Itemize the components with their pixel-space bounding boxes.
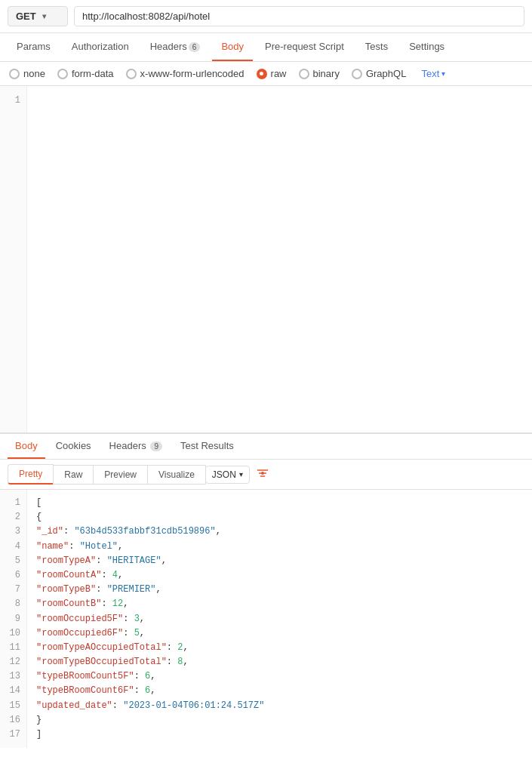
option-binary[interactable]: binary bbox=[299, 68, 340, 79]
tab-authorization[interactable]: Authorization bbox=[63, 33, 138, 61]
response-tab-headers[interactable]: Headers 9 bbox=[102, 434, 170, 459]
option-form-data[interactable]: form-data bbox=[57, 68, 114, 79]
json-line: "roomTypeBOccupiedTotal": 8, bbox=[36, 655, 523, 669]
json-line: ] bbox=[36, 728, 523, 742]
response-tab-test-results[interactable]: Test Results bbox=[173, 434, 241, 459]
tab-headers[interactable]: Headers6 bbox=[141, 33, 210, 61]
option-raw[interactable]: raw bbox=[257, 68, 287, 79]
request-tabs: Params Authorization Headers6 Body Pre-r… bbox=[0, 33, 532, 62]
response-line-numbers: 1234567891011121314151617 bbox=[0, 490, 27, 748]
json-line: "roomCountA": 4, bbox=[36, 568, 523, 583]
radio-raw bbox=[257, 69, 267, 79]
editor-content[interactable] bbox=[27, 86, 532, 432]
json-line: "name": "Hotel", bbox=[36, 540, 523, 554]
radio-graphql bbox=[352, 69, 362, 79]
view-btn-visualize[interactable]: Visualize bbox=[147, 465, 206, 485]
radio-form-data bbox=[57, 69, 68, 79]
response-tab-body[interactable]: Body bbox=[8, 434, 45, 459]
option-none[interactable]: none bbox=[9, 68, 45, 79]
radio-none bbox=[9, 69, 20, 79]
option-urlencoded[interactable]: x-www-form-urlencoded bbox=[126, 68, 244, 79]
tab-body[interactable]: Body bbox=[212, 33, 253, 61]
view-btn-raw[interactable]: Raw bbox=[53, 465, 94, 485]
response-json-content: [ { "_id": "63b4d533fabbf31cdb519896", "… bbox=[27, 490, 532, 748]
tab-tests[interactable]: Tests bbox=[356, 33, 397, 61]
radio-binary bbox=[299, 69, 309, 79]
view-btn-pretty[interactable]: Pretty bbox=[8, 464, 54, 485]
json-line: "roomCountB": 12, bbox=[36, 597, 523, 611]
text-format-dropdown[interactable]: Text ▾ bbox=[421, 68, 445, 79]
response-tabs: Body Cookies Headers 9 Test Results bbox=[0, 434, 532, 460]
view-toolbar: Pretty Raw Preview Visualize JSON ▾ bbox=[0, 460, 532, 490]
json-line: "updated_date": "2023-01-04T06:01:24.517… bbox=[36, 699, 523, 713]
svg-point-3 bbox=[261, 472, 264, 475]
editor-area: 1 bbox=[0, 86, 532, 433]
tab-pre-request-script[interactable]: Pre-request Script bbox=[256, 33, 353, 61]
json-line: "roomTypeB": "PREMIER", bbox=[36, 583, 523, 597]
tab-params[interactable]: Params bbox=[8, 33, 60, 61]
url-bar: GET ▾ bbox=[0, 0, 532, 33]
json-line: [ bbox=[36, 496, 523, 510]
json-line: "roomTypeAOccupiedTotal": 2, bbox=[36, 641, 523, 655]
format-select-chevron-icon: ▾ bbox=[239, 470, 243, 478]
method-select[interactable]: GET ▾ bbox=[8, 6, 68, 26]
filter-icon[interactable] bbox=[256, 466, 269, 483]
json-line: "roomOccupied6F": 5, bbox=[36, 626, 523, 641]
response-output: 1234567891011121314151617 [ { "_id": "63… bbox=[0, 490, 532, 748]
tab-settings[interactable]: Settings bbox=[400, 33, 454, 61]
editor-line-numbers: 1 bbox=[0, 86, 27, 432]
response-tab-cookies[interactable]: Cookies bbox=[48, 434, 99, 459]
json-line: "typeBRoomCount6F": 6, bbox=[36, 684, 523, 698]
json-line: "roomOccupied5F": 3, bbox=[36, 612, 523, 626]
response-section: Body Cookies Headers 9 Test Results Pret… bbox=[0, 433, 532, 748]
json-line: "_id": "63b4d533fabbf31cdb519896", bbox=[36, 525, 523, 539]
view-btn-preview[interactable]: Preview bbox=[93, 465, 148, 485]
radio-urlencoded bbox=[126, 69, 137, 79]
method-label: GET bbox=[16, 11, 36, 22]
url-input[interactable] bbox=[74, 6, 524, 26]
json-line: "typeBRoomCount5F": 6, bbox=[36, 669, 523, 684]
json-line: "roomTypeA": "HERITAGE", bbox=[36, 554, 523, 568]
text-dropdown-chevron-icon: ▾ bbox=[441, 69, 445, 78]
format-select[interactable]: JSON ▾ bbox=[205, 466, 250, 484]
option-graphql[interactable]: GraphQL bbox=[352, 68, 406, 79]
json-line: { bbox=[36, 510, 523, 525]
body-options: none form-data x-www-form-urlencoded raw… bbox=[0, 62, 532, 86]
json-line: } bbox=[36, 713, 523, 728]
method-chevron-icon: ▾ bbox=[42, 12, 46, 20]
